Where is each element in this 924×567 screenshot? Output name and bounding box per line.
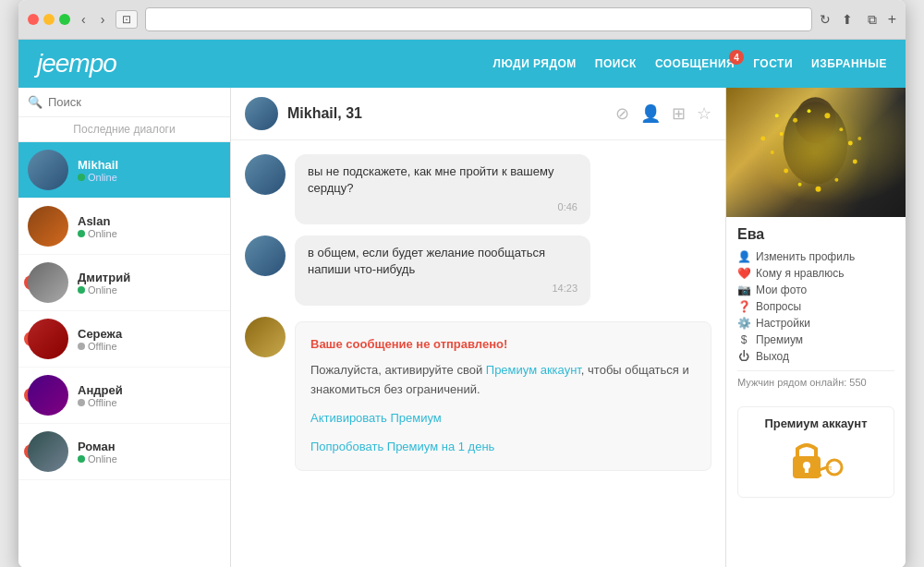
minimize-button[interactable] bbox=[43, 14, 55, 25]
contact-name: Aslan bbox=[78, 214, 221, 228]
contact-avatar bbox=[28, 262, 68, 303]
chat-area: Mikhail, 31 ⊘ 👤 ⊞ ☆ вы не подскажете, ка… bbox=[231, 88, 725, 567]
contact-list: Mikhail Online Aslan Online 1 Дмитрий On… bbox=[18, 142, 230, 567]
contact-item[interactable]: 1 Андрей Offline bbox=[18, 368, 230, 424]
premium-box: Премиум аккаунт bbox=[737, 406, 894, 498]
menu-item-icon: ⏻ bbox=[737, 350, 750, 363]
refresh-button[interactable]: ↻ bbox=[820, 12, 831, 27]
browser-chrome: ‹ › ⊡ ↻ ⬆ ⧉ + bbox=[18, 0, 906, 40]
nav-link-поиск[interactable]: ПОИСК bbox=[595, 57, 637, 70]
profile-menu-item[interactable]: ❓ Вопросы bbox=[737, 300, 894, 313]
profile-menu: 👤 Изменить профиль ❤️ Кому я нравлюсь 📷 … bbox=[737, 250, 894, 363]
menu-item-icon: ❓ bbox=[737, 300, 750, 313]
chat-messages: вы не подскажете, как мне пройти к вашем… bbox=[231, 140, 725, 567]
contact-status: Online bbox=[78, 453, 221, 464]
nav-link-люди рядом[interactable]: ЛЮДИ РЯДОМ bbox=[493, 57, 577, 70]
contact-avatar bbox=[28, 206, 68, 247]
maximize-button[interactable] bbox=[59, 14, 70, 25]
favorite-icon[interactable]: ☆ bbox=[697, 103, 711, 124]
nav-link-сообщения[interactable]: СООБЩЕНИЯ4 bbox=[655, 57, 735, 70]
profile-menu-item[interactable]: $ Премиум bbox=[737, 333, 894, 346]
premium-box-title: Премиум аккаунт bbox=[748, 416, 884, 430]
profile-menu-item[interactable]: 👤 Изменить профиль bbox=[737, 250, 894, 263]
sidebar: 🔍 Последние диалоги Mikhail Online Aslan… bbox=[18, 88, 231, 567]
nav-link-гости[interactable]: ГОСТИ bbox=[753, 57, 793, 70]
contact-info: Андрей Offline bbox=[78, 383, 221, 408]
search-bar: 🔍 bbox=[18, 88, 230, 117]
status-dot bbox=[78, 399, 85, 406]
message-avatar bbox=[245, 154, 286, 195]
grid-icon[interactable]: ⊞ bbox=[672, 103, 686, 124]
message-time: 0:46 bbox=[308, 200, 578, 214]
contact-item[interactable]: 1 Дмитрий Online bbox=[18, 255, 230, 311]
contact-status: Online bbox=[78, 228, 221, 239]
nav-link-избранные[interactable]: ИЗБРАННЫЕ bbox=[811, 57, 887, 70]
status-dot bbox=[78, 286, 85, 294]
online-count: Мужчин рядом онлайн: 550 bbox=[737, 370, 894, 388]
forward-button[interactable]: › bbox=[97, 10, 109, 29]
premium-lock-icon: π bbox=[784, 438, 848, 484]
close-button[interactable] bbox=[28, 14, 39, 25]
profile-photo bbox=[726, 88, 906, 217]
contact-item[interactable]: Aslan Online bbox=[18, 199, 230, 255]
profile-menu-item[interactable]: ❤️ Кому я нравлюсь bbox=[737, 267, 894, 280]
online-count-value: 550 bbox=[849, 377, 866, 388]
contact-name: Mikhail bbox=[78, 158, 221, 172]
new-tab-button[interactable]: + bbox=[888, 11, 896, 28]
contact-avatar bbox=[28, 150, 68, 190]
status-dot bbox=[78, 343, 85, 350]
trial-premium-link[interactable]: Попробовать Премиум на 1 день bbox=[310, 438, 696, 457]
contact-avatar bbox=[28, 431, 68, 472]
message-row: вы не подскажете, как мне пройти к вашем… bbox=[245, 154, 711, 224]
contact-info: Сережа Offline bbox=[78, 327, 221, 352]
contact-status: Online bbox=[78, 284, 221, 296]
chat-header-avatar bbox=[245, 97, 278, 130]
menu-item-label: Изменить профиль bbox=[756, 250, 855, 263]
duplicate-button[interactable]: ⧉ bbox=[864, 10, 881, 30]
menu-item-icon: $ bbox=[737, 333, 750, 346]
app-header: jeempo ЛЮДИ РЯДОМПОИСКСООБЩЕНИЯ4ГОСТИИЗБ… bbox=[18, 40, 906, 88]
profile-menu-item[interactable]: ⏻ Выход bbox=[737, 350, 894, 363]
menu-item-icon: ⚙️ bbox=[737, 317, 750, 330]
menu-item-label: Мои фото bbox=[756, 284, 807, 296]
photo-overlay bbox=[726, 88, 906, 217]
activate-premium-link[interactable]: Активировать Премиум bbox=[310, 409, 696, 428]
address-bar[interactable] bbox=[145, 7, 811, 31]
profile-icon[interactable]: 👤 bbox=[640, 103, 661, 124]
message-avatar bbox=[245, 235, 286, 276]
block-icon[interactable]: ⊘ bbox=[615, 103, 629, 124]
back-button[interactable]: ‹ bbox=[78, 10, 90, 29]
menu-item-label: Премиум bbox=[756, 333, 803, 346]
premium-link[interactable]: Премиум аккаунт bbox=[486, 363, 581, 377]
nav-links: ЛЮДИ РЯДОМПОИСКСООБЩЕНИЯ4ГОСТИИЗБРАННЫЕ bbox=[493, 57, 887, 70]
profile-menu-item[interactable]: ⚙️ Настройки bbox=[737, 317, 894, 330]
contact-info: Роман Online bbox=[78, 440, 221, 464]
traffic-lights bbox=[28, 14, 70, 25]
view-button[interactable]: ⊡ bbox=[116, 10, 138, 29]
svg-rect-20 bbox=[805, 467, 808, 473]
menu-item-label: Вопросы bbox=[756, 300, 801, 313]
svg-text:π: π bbox=[828, 463, 833, 472]
contact-avatar bbox=[28, 319, 68, 359]
contact-info: Aslan Online bbox=[78, 214, 221, 239]
status-dot bbox=[78, 230, 85, 237]
profile-menu-item[interactable]: 📷 Мои фото bbox=[737, 284, 894, 296]
chat-header-actions: ⊘ 👤 ⊞ ☆ bbox=[615, 103, 711, 124]
status-dot bbox=[78, 455, 85, 463]
contact-status: Offline bbox=[78, 397, 221, 408]
notice-avatar bbox=[245, 317, 286, 357]
search-input[interactable] bbox=[48, 95, 221, 109]
share-button[interactable]: ⬆ bbox=[838, 10, 857, 29]
status-dot bbox=[78, 174, 85, 181]
browser-window: ‹ › ⊡ ↻ ⬆ ⧉ + jeempo ЛЮДИ РЯДОМПОИСКСООБ… bbox=[18, 0, 906, 567]
premium-notice-row: Ваше сообщение не отправлено! Пожалуйста… bbox=[245, 317, 711, 476]
contact-item[interactable]: 1 Сережа Offline bbox=[18, 311, 230, 368]
message-time: 14:23 bbox=[308, 282, 578, 296]
app-body: 🔍 Последние диалоги Mikhail Online Aslan… bbox=[18, 88, 906, 567]
contact-item[interactable]: Mikhail Online bbox=[18, 142, 230, 199]
contact-item[interactable]: 1 Роман Online bbox=[18, 424, 230, 480]
contact-name: Роман bbox=[78, 440, 221, 453]
contact-avatar bbox=[28, 375, 68, 416]
menu-item-icon: 📷 bbox=[737, 284, 750, 296]
message-row: в общем, если будет желание пообщаться н… bbox=[245, 235, 711, 306]
